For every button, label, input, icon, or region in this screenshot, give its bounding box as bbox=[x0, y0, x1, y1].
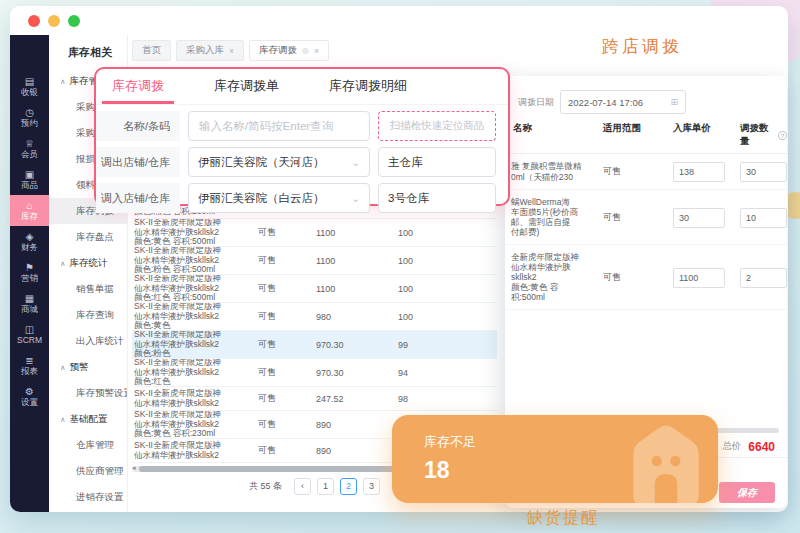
toast-count: 18 bbox=[424, 457, 450, 484]
menu-group-inventory-stats[interactable]: ∧库存统计 bbox=[49, 250, 127, 276]
nav-item-cashier[interactable]: ▤ 收银 bbox=[10, 71, 49, 102]
house-mascot-icon bbox=[610, 415, 718, 503]
menu-item-stock-check[interactable]: 库存盘点 bbox=[49, 224, 127, 250]
caret-up-icon: ∧ bbox=[60, 363, 66, 372]
clock-icon: ◷ bbox=[25, 108, 34, 118]
out-warehouse-select[interactable]: 主仓库 bbox=[378, 147, 496, 177]
page-button-3[interactable]: 3 bbox=[363, 478, 380, 495]
scroll-left-icon[interactable]: ◂ bbox=[132, 464, 136, 472]
transfer-date-label: 调拨日期 bbox=[518, 96, 554, 109]
gear-icon: ⚙ bbox=[25, 387, 34, 397]
tab-purchase-in[interactable]: 采购入库× bbox=[176, 40, 244, 61]
caret-up-icon: ∧ bbox=[60, 77, 66, 86]
detail-row[interactable]: 雅 复颜积雪草微精 0ml（天猫价230 可售 bbox=[505, 154, 787, 190]
menu-item-stock-query[interactable]: 库存查询 bbox=[49, 302, 127, 328]
nav-item-settings[interactable]: ⚙ 设置 bbox=[10, 381, 49, 412]
menu-group-alerts[interactable]: ∧预警 bbox=[49, 354, 127, 380]
panel-tab-transfer[interactable]: 库存调拨 bbox=[102, 77, 174, 104]
name-barcode-label: 名称/条码 bbox=[96, 111, 180, 141]
transfer-qty-input[interactable] bbox=[740, 208, 787, 228]
document-tabbar: 首页 采购入库× 库存调拨◎× bbox=[132, 40, 329, 61]
chevron-down-icon: ⌄ bbox=[352, 157, 360, 168]
nav-item-report[interactable]: ≣ 报表 bbox=[10, 350, 49, 381]
caret-up-icon: ∧ bbox=[60, 259, 66, 268]
nav-item-product[interactable]: ▣ 商品 bbox=[10, 164, 49, 195]
mall-icon: ▦ bbox=[25, 294, 34, 304]
table-row[interactable]: SK-II全新虎年限定版神 仙水精华液护肤skllsk2 颜色:黄色 容积:50… bbox=[132, 219, 497, 247]
total-label: 总价 bbox=[722, 440, 741, 453]
detail-row[interactable]: 全新虎年限定版神 仙水精华液护肤skllsk2 颜色:黄色 容积:500ml 可… bbox=[505, 245, 787, 310]
product-icon: ▣ bbox=[25, 170, 34, 180]
primary-nav: ▤ 收银 ◷ 预约 ♕ 会员 ▣ 商品 ⌂ 库存 ◈ 财务 ⚑ 营销 ▦ 商城 … bbox=[10, 35, 49, 512]
menu-item-warehouse-mgmt[interactable]: 仓库管理 bbox=[49, 432, 127, 458]
tab-dot-icon: ◎ bbox=[302, 47, 309, 55]
transfer-in-row: 调入店铺/仓库 伊丽汇美容院（白云店） ⌄ 3号仓库 bbox=[96, 183, 508, 213]
nav-item-finance[interactable]: ◈ 财务 bbox=[10, 226, 49, 257]
panel-tab-transfer-detail[interactable]: 库存调拨明细 bbox=[319, 77, 417, 104]
scan-gun-locate-box[interactable]: 扫描枪快速定位商品 bbox=[378, 111, 496, 141]
menu-item-inout-stats[interactable]: 出入库统计 bbox=[49, 328, 127, 354]
nav-item-marketing[interactable]: ⚑ 营销 bbox=[10, 257, 49, 288]
detail-table-header: 名称 适用范围 入库单价 调拨数量? bbox=[505, 122, 787, 154]
transfer-out-row: 调出店铺/仓库 伊丽汇美容院（天河店） ⌄ 主仓库 bbox=[96, 147, 508, 177]
minimize-window-button[interactable] bbox=[48, 15, 60, 27]
panel-tabs: 库存调拨 库存调拨单 库存调拨明细 bbox=[96, 69, 508, 105]
unit-price-input[interactable] bbox=[673, 208, 725, 228]
annotation-cross-store-transfer: 跨店调拨 bbox=[602, 35, 682, 58]
menu-item-psi-settings[interactable]: 进销存设置 bbox=[49, 484, 127, 510]
nav-item-inventory[interactable]: ⌂ 库存 bbox=[10, 195, 49, 226]
in-warehouse-select[interactable]: 3号仓库 bbox=[378, 183, 496, 213]
transfer-date-row: 调拨日期 2022-07-14 17:06 ⊞ bbox=[518, 90, 787, 114]
tab-home[interactable]: 首页 bbox=[132, 40, 171, 61]
chevron-down-icon: ⌄ bbox=[352, 193, 360, 204]
close-icon[interactable]: × bbox=[229, 47, 234, 55]
tab-stock-transfer[interactable]: 库存调拨◎× bbox=[249, 40, 329, 61]
save-button[interactable]: 保存 bbox=[719, 482, 775, 503]
unit-price-input[interactable] bbox=[673, 162, 725, 182]
menu-item-sales-doc[interactable]: 销售单据 bbox=[49, 276, 127, 302]
menu-group-base-config[interactable]: ∧基础配置 bbox=[49, 406, 127, 432]
close-window-button[interactable] bbox=[28, 15, 40, 27]
menu-title: 库存相关 bbox=[49, 35, 127, 68]
table-row[interactable]: SK-II全新虎年限定版神 仙水精华液护肤skllsk2 颜色:红色 容积:50… bbox=[132, 275, 497, 303]
page-button-2[interactable]: 2 bbox=[340, 478, 357, 495]
annotation-shortage-reminder: 缺货提醒 bbox=[527, 508, 599, 529]
out-store-select[interactable]: 伊丽汇美容院（天河店） ⌄ bbox=[188, 147, 370, 177]
report-icon: ≣ bbox=[25, 356, 33, 366]
transfer-qty-input[interactable] bbox=[740, 162, 787, 182]
prev-page-button[interactable]: ‹ bbox=[294, 478, 311, 495]
menu-item-supplier-mgmt[interactable]: 供应商管理 bbox=[49, 458, 127, 484]
marketing-icon: ⚑ bbox=[25, 263, 34, 273]
nav-item-mall[interactable]: ▦ 商城 bbox=[10, 288, 49, 319]
menu-item-alert-settings[interactable]: 库存预警设置 bbox=[49, 380, 127, 406]
warehouse-icon: ⌂ bbox=[26, 201, 32, 211]
transfer-qty-input[interactable] bbox=[740, 268, 787, 288]
transfer-out-label: 调出店铺/仓库 bbox=[96, 147, 180, 177]
nav-item-appointment[interactable]: ◷ 预约 bbox=[10, 102, 49, 133]
unit-price-input[interactable] bbox=[673, 268, 725, 288]
calendar-icon: ⊞ bbox=[670, 97, 678, 107]
window-titlebar bbox=[10, 6, 788, 35]
table-row[interactable]: SK-II全新虎年限定版神 仙水精华液护肤skllsk2 颜色:黄色 可售 98… bbox=[132, 303, 497, 331]
page-button-1[interactable]: 1 bbox=[317, 478, 334, 495]
transfer-in-label: 调入店铺/仓库 bbox=[96, 183, 180, 213]
toast-title: 库存不足 bbox=[424, 433, 476, 451]
table-row-selected[interactable]: SK-II全新虎年限定版神 仙水精华液护肤skllsk2 颜色:粉色 可售 97… bbox=[132, 331, 497, 359]
caret-up-icon: ∧ bbox=[60, 415, 66, 424]
info-icon: ? bbox=[778, 131, 787, 140]
detail-row[interactable]: 蜗WellDerma海 车面膜5片(秒价商 邮、需到店自提 付邮费) 可售 bbox=[505, 190, 787, 245]
nav-item-scrm[interactable]: ◫ SCRM bbox=[10, 319, 49, 350]
table-row[interactable]: SK-II全新虎年限定版神 仙水精华液护肤skllsk2 颜色:红色 可售 97… bbox=[132, 359, 497, 387]
search-input[interactable] bbox=[188, 111, 370, 141]
nav-item-member[interactable]: ♕ 会员 bbox=[10, 133, 49, 164]
zoom-window-button[interactable] bbox=[68, 15, 80, 27]
name-barcode-row: 名称/条码 扫描枪快速定位商品 bbox=[96, 111, 508, 141]
transfer-date-input[interactable]: 2022-07-14 17:06 ⊞ bbox=[560, 90, 686, 114]
pos-icon: ▤ bbox=[25, 77, 34, 87]
in-store-select[interactable]: 伊丽汇美容院（白云店） ⌄ bbox=[188, 183, 370, 213]
table-row[interactable]: SK-II全新虎年限定版神 仙水精华液护肤skllsk2 颜色:粉色 容积:50… bbox=[132, 247, 497, 275]
scrm-icon: ◫ bbox=[25, 325, 34, 335]
close-icon[interactable]: × bbox=[314, 47, 319, 55]
panel-tab-transfer-order[interactable]: 库存调拨单 bbox=[204, 77, 289, 104]
table-row[interactable]: SK-II全新虎年限定版神 仙水精华液护肤skllsk2 可售 247.52 9… bbox=[132, 387, 497, 411]
